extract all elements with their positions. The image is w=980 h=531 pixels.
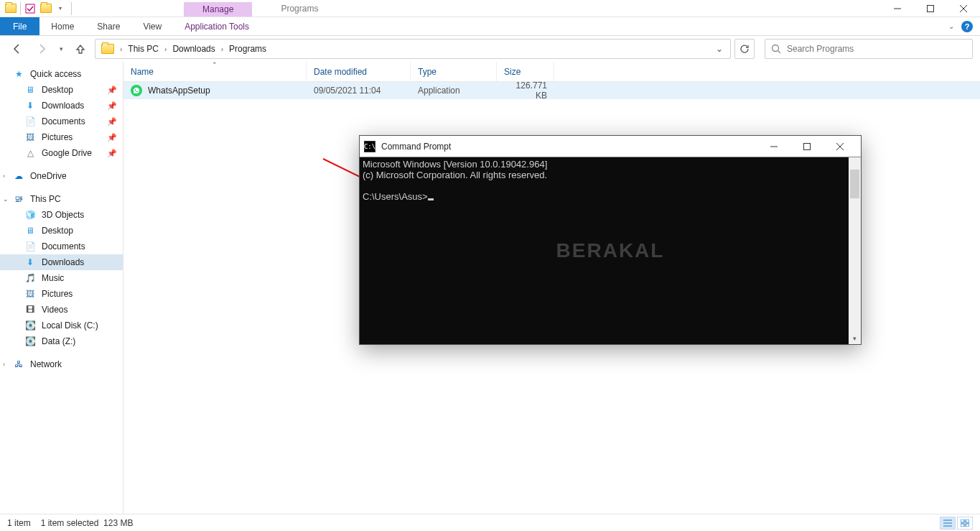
qat-dropdown-icon[interactable]: ▾	[54, 1, 70, 17]
help-icon[interactable]: ?	[961, 21, 973, 32]
address-dropdown-icon[interactable]: ⌄	[711, 44, 727, 54]
breadcrumb-downloads[interactable]: Downloads	[169, 42, 218, 55]
navigation-pane: ★ Quick access 🖥Desktop📌 ⬇Downloads📌 📄Do…	[0, 62, 123, 514]
sidebar-label: Data (Z:)	[42, 336, 75, 346]
sidebar-item-3d-objects[interactable]: 🧊3D Objects	[0, 207, 123, 223]
sidebar-item-videos[interactable]: 🎞Videos	[0, 302, 123, 318]
ribbon-tab-view[interactable]: View	[131, 17, 173, 35]
star-icon: ★	[13, 68, 24, 80]
nav-forward-button[interactable]	[32, 39, 52, 59]
sidebar-onedrive[interactable]: ›☁OneDrive	[0, 168, 123, 184]
3d-objects-icon: 🧊	[24, 209, 36, 221]
cmd-icon: C:\	[364, 141, 375, 152]
folder-icon[interactable]	[3, 1, 19, 17]
status-selection: 1 item selected 123 MB	[41, 518, 134, 528]
expand-icon[interactable]: ⌄	[3, 195, 9, 203]
sidebar-item-documents[interactable]: 📄Documents📌	[0, 114, 123, 129]
sidebar-item-music[interactable]: 🎵Music	[0, 270, 123, 286]
pictures-icon: 🖼	[24, 131, 36, 143]
breadcrumb-programs[interactable]: Programs	[226, 42, 269, 55]
chevron-right-icon[interactable]: ›	[220, 45, 225, 53]
qat-folder-icon[interactable]	[38, 1, 54, 17]
sidebar-label: 3D Objects	[42, 210, 84, 220]
cmd-titlebar[interactable]: C:\ Command Prompt	[360, 136, 861, 157]
expand-icon[interactable]: ›	[3, 361, 5, 368]
column-header-name[interactable]: ⌃Name	[123, 62, 307, 81]
close-button[interactable]	[947, 0, 980, 17]
search-input[interactable]	[787, 44, 966, 54]
downloads-icon: ⬇	[24, 100, 36, 111]
sidebar-item-data-z[interactable]: 💽Data (Z:)	[0, 333, 123, 349]
expand-icon[interactable]: ›	[3, 172, 5, 180]
cmd-prompt: C:\Users\Asus>	[363, 191, 428, 202]
scroll-down-icon[interactable]: ▾	[849, 332, 861, 344]
ribbon-tab-share[interactable]: Share	[85, 17, 131, 35]
file-row[interactable]: WhatsAppSetup 09/05/2021 11:04 Applicati…	[123, 82, 980, 99]
qat-checkbox-icon[interactable]	[22, 1, 38, 17]
cmd-output-line: Microsoft Windows [Version 10.0.19042.96…	[363, 159, 547, 170]
breadcrumb-this-pc[interactable]: This PC	[125, 42, 162, 55]
documents-icon: 📄	[24, 116, 36, 127]
sidebar-item-local-disk-c[interactable]: 💽Local Disk (C:)	[0, 318, 123, 333]
svg-rect-12	[961, 520, 964, 522]
column-header-date[interactable]: Date modified	[307, 62, 411, 81]
scroll-thumb[interactable]	[850, 170, 859, 198]
column-header-size[interactable]: Size	[497, 62, 554, 81]
music-icon: 🎵	[24, 272, 36, 284]
sort-asc-icon: ⌃	[212, 61, 218, 68]
sidebar-item-downloads-pc[interactable]: ⬇Downloads	[0, 254, 123, 270]
file-size: 126.771 KB	[497, 80, 554, 101]
sidebar-item-desktop[interactable]: 🖥Desktop📌	[0, 82, 123, 98]
maximize-button[interactable]	[914, 0, 947, 17]
sidebar-label: Pictures	[42, 132, 73, 142]
sidebar-label: This PC	[30, 194, 61, 204]
cmd-maximize-button[interactable]	[790, 136, 823, 157]
nav-back-button[interactable]	[7, 39, 27, 59]
cmd-scrollbar[interactable]: ▴ ▾	[849, 157, 861, 344]
sidebar-network[interactable]: ›🖧Network	[0, 356, 123, 372]
sidebar-item-downloads[interactable]: ⬇Downloads📌	[0, 98, 123, 114]
status-item-count: 1 item	[7, 518, 31, 528]
sidebar-item-google-drive[interactable]: △Google Drive📌	[0, 145, 123, 161]
ribbon-context-group: Manage	[184, 2, 252, 17]
cmd-minimize-button[interactable]	[757, 136, 790, 157]
command-prompt-window[interactable]: C:\ Command Prompt Microsoft Windows [Ve…	[359, 135, 862, 345]
chevron-right-icon[interactable]: ›	[118, 45, 123, 53]
sidebar-label: Downloads	[42, 257, 84, 267]
chevron-right-icon[interactable]: ›	[163, 45, 168, 53]
ribbon-tab-home[interactable]: Home	[39, 17, 85, 35]
column-header-type[interactable]: Type	[411, 62, 497, 81]
svg-rect-2	[928, 5, 934, 11]
cmd-title: Command Prompt	[381, 142, 451, 152]
svg-rect-14	[961, 524, 964, 527]
breadcrumb-root-icon[interactable]	[98, 42, 117, 55]
sidebar-item-pictures[interactable]: 🖼Pictures📌	[0, 129, 123, 145]
ribbon-tab-file[interactable]: File	[0, 17, 39, 35]
ribbon-tab-application-tools[interactable]: Application Tools	[173, 17, 261, 35]
address-bar[interactable]: › This PC › Downloads › Programs ⌄	[95, 39, 731, 59]
search-box[interactable]	[765, 39, 973, 59]
svg-rect-13	[966, 520, 969, 522]
file-type: Application	[411, 86, 497, 96]
search-icon	[771, 44, 781, 54]
view-thumbnails-button[interactable]	[957, 517, 973, 530]
nav-up-button[interactable]	[70, 39, 90, 59]
sidebar-this-pc[interactable]: ⌄🖳This PC	[0, 191, 123, 207]
watermark-text: BERAKAL	[556, 239, 665, 262]
ribbon-collapse-icon[interactable]: ⌄	[948, 22, 954, 30]
file-name: WhatsAppSetup	[148, 86, 210, 96]
sidebar-label: Desktop	[42, 226, 73, 236]
sidebar-item-desktop-pc[interactable]: 🖥Desktop	[0, 223, 123, 239]
minimize-button[interactable]	[881, 0, 914, 17]
view-details-button[interactable]	[940, 517, 956, 530]
nav-recent-dropdown[interactable]: ▾	[56, 39, 66, 59]
sidebar-quick-access[interactable]: ★ Quick access	[0, 66, 123, 82]
sidebar-label: Quick access	[30, 69, 81, 79]
sidebar-item-pictures-pc[interactable]: 🖼Pictures	[0, 286, 123, 302]
cmd-close-button[interactable]	[823, 136, 857, 157]
refresh-button[interactable]	[734, 39, 755, 59]
sidebar-item-documents-pc[interactable]: 📄Documents	[0, 239, 123, 254]
cmd-terminal[interactable]: Microsoft Windows [Version 10.0.19042.96…	[360, 157, 861, 344]
window-controls	[881, 0, 980, 17]
sidebar-label: OneDrive	[30, 171, 67, 181]
